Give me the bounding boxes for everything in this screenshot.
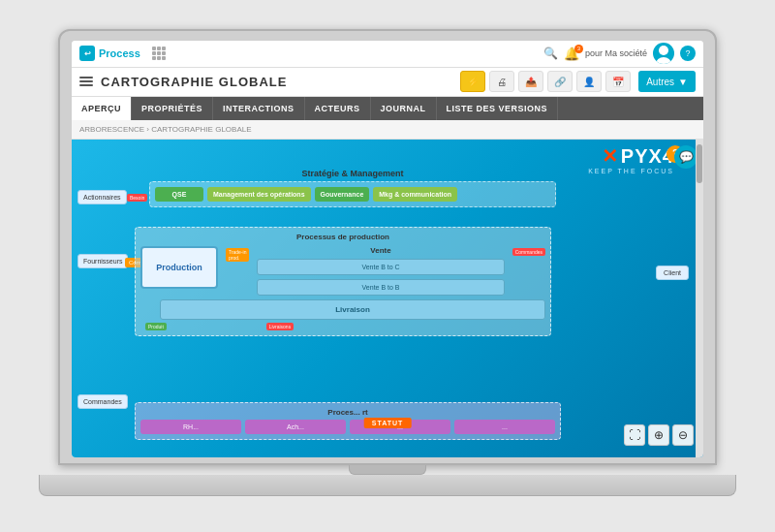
laptop-wrapper: ↩ Process 🔍 🔔 3 pour Ma <box>39 29 736 504</box>
bottom-box-2[interactable]: Ach... <box>245 420 346 434</box>
page-title: CARTOGRAPHIE GLOBALE <box>101 75 452 89</box>
bottom-boxes: RH... Ach... ... ... <box>140 420 555 434</box>
laptop-base <box>39 475 736 496</box>
fit-button[interactable]: ⛶ <box>624 424 645 446</box>
pyx4-x: ✕ <box>602 145 619 167</box>
pyx4-subtitle: KEEP THE FOCUS <box>588 168 674 174</box>
toolbar-icons: ⚡ 🖨 📤 🔗 👤 📅 <box>460 71 631 92</box>
logo-arrow: ↩ <box>84 49 91 58</box>
export-button[interactable]: 📤 <box>518 71 543 92</box>
zoom-in-button[interactable]: ⊕ <box>648 424 669 446</box>
bottom-section: Proces... rt RH... Ach... ... ... <box>135 402 561 440</box>
livraisons-tag2: Livraisons <box>266 323 294 330</box>
gouvernance-box[interactable]: Gouvernance <box>315 187 370 202</box>
pyx4-logo: ✕PYX4 KEEP THE FOCUS <box>588 144 674 174</box>
actionnaires-box[interactable]: Actionnaires <box>78 190 127 204</box>
vente-b2c-box[interactable]: Vente B to C <box>257 259 504 275</box>
help-char: ? <box>685 48 690 58</box>
production-box[interactable]: Production <box>140 246 218 289</box>
bottom-section-title: Proces... rt <box>140 408 555 417</box>
livraison-box[interactable]: Livraison <box>160 299 545 320</box>
lightning-button[interactable]: ⚡ <box>460 71 485 92</box>
breadcrumb-text: ARBORESCENCE › CARTOGRAPHIE GLOBALE <box>79 125 252 134</box>
svg-point-0 <box>659 46 668 55</box>
tab-apercu[interactable]: APERÇU <box>72 97 132 120</box>
top-bar: ↩ Process 🔍 🔔 3 pour Ma <box>72 41 703 68</box>
bottom-box-4[interactable]: ... <box>454 420 555 434</box>
bottom-box-1[interactable]: RH... <box>140 420 241 434</box>
scrollbar-thumb <box>697 144 702 183</box>
pyx4-logo-text: ✕PYX4 <box>602 144 674 168</box>
dropdown-label: Autres <box>646 77 674 87</box>
screen-frame: ↩ Process 🔍 🔔 3 pour Ma <box>58 29 717 465</box>
zoom-controls: ⛶ ⊕ ⊖ <box>624 424 694 446</box>
strategie-title: Stratégie & Management <box>149 169 556 178</box>
bell-icon[interactable]: 🔔 3 <box>564 47 579 61</box>
tab-versions[interactable]: LISTE DES VERSIONS <box>437 97 559 120</box>
person-button[interactable]: 👤 <box>576 71 602 92</box>
commandes-box[interactable]: Commandes <box>78 394 128 409</box>
print-button[interactable]: 🖨 <box>489 71 514 92</box>
app: ↩ Process 🔍 🔔 3 pour Ma <box>72 41 703 457</box>
scrollbar[interactable] <box>696 140 703 457</box>
logo-area: ↩ Process <box>79 46 140 61</box>
grid-menu-icon[interactable] <box>152 47 166 60</box>
strategie-boxes: QSE Management des opérations Gouvernanc… <box>149 181 556 207</box>
main-content: ✕PYX4 KEEP THE FOCUS Actionnaires Besoin <box>72 140 703 457</box>
vente-section: Vente Vente B to C Vente B to B <box>257 246 504 296</box>
production-section-title: Processus de production <box>140 233 545 241</box>
statut-badge: STATUT <box>364 418 412 428</box>
fournisseurs-box[interactable]: Fournisseurs <box>78 254 128 268</box>
production-section: Processus de production Production Trade… <box>135 227 551 336</box>
tradein-tag: Trade-inprod. <box>226 248 249 262</box>
second-bar: CARTOGRAPHIE GLOBALE ⚡ 🖨 📤 🔗 👤 📅 Autres … <box>72 68 703 97</box>
help-button[interactable]: ? <box>680 46 696 61</box>
user-avatar[interactable] <box>653 43 674 64</box>
zoom-out-button[interactable]: ⊖ <box>672 424 694 446</box>
laptop-notch <box>349 465 426 475</box>
share-button[interactable]: 🔗 <box>547 71 573 92</box>
tab-interactions[interactable]: INTERACTIONS <box>213 97 305 120</box>
bell-badge: 3 <box>574 45 583 53</box>
breadcrumb: ARBORESCENCE › CARTOGRAPHIE GLOBALE <box>72 120 703 140</box>
mkg-box[interactable]: Mkg & communication <box>373 187 457 202</box>
vente-b2b-box[interactable]: Vente B to B <box>257 279 504 296</box>
screen: ↩ Process 🔍 🔔 3 pour Ma <box>72 41 703 457</box>
search-icon[interactable]: 🔍 <box>543 47 558 60</box>
produit-tag: Produit <box>145 323 167 330</box>
tab-proprietes[interactable]: PROPRIÉTÉS <box>132 97 213 120</box>
app-title: Process <box>99 47 140 59</box>
qse-box[interactable]: QSE <box>155 187 203 202</box>
dropdown-button[interactable]: Autres ▼ <box>638 71 696 92</box>
tab-bar: APERÇU PROPRIÉTÉS INTERACTIONS ACTEURS J… <box>72 97 703 120</box>
diagram-canvas[interactable]: ✕PYX4 KEEP THE FOCUS Actionnaires Besoin <box>72 140 703 457</box>
strategie-section: Stratégie & Management QSE Management de… <box>149 169 556 207</box>
client-box[interactable]: Client <box>656 266 689 280</box>
tab-acteurs[interactable]: ACTEURS <box>305 97 371 120</box>
chevron-down-icon: ▼ <box>678 77 688 87</box>
logo-icon: ↩ <box>79 46 95 61</box>
tab-journal[interactable]: JOURNAL <box>371 97 437 120</box>
livraisons-tag: Commandes <box>512 248 545 256</box>
calendar-button[interactable]: 📅 <box>605 71 631 92</box>
production-row: Production Trade-inprod. Vente Vente B t… <box>140 246 545 296</box>
svg-point-1 <box>656 57 671 64</box>
actionnaires-tag: Besoin <box>127 194 147 202</box>
management-box[interactable]: Management des opérations <box>207 187 311 202</box>
user-label: pour Ma société <box>585 48 647 58</box>
vente-title: Vente <box>257 246 504 255</box>
hamburger-menu[interactable] <box>79 77 93 86</box>
chat-bubble-icon[interactable]: 💬 <box>674 145 698 169</box>
